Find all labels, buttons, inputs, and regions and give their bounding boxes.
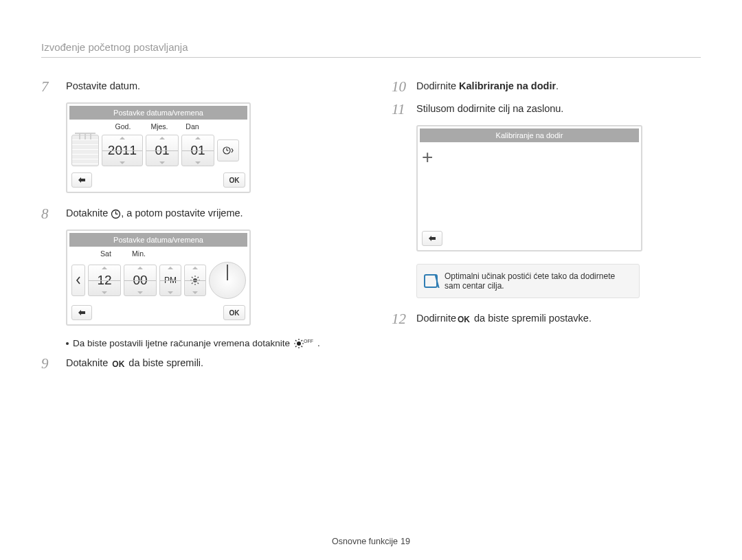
step-text: Stilusom dodirnite cilj na zaslonu. <box>416 101 563 117</box>
step-7: 7 Postavite datum. <box>41 78 350 96</box>
svg-line-22 <box>295 346 297 347</box>
flip-year[interactable]: 2011 <box>102 135 143 166</box>
svg-point-6 <box>193 278 197 282</box>
label-month: Mjes. <box>143 122 176 131</box>
flip-month[interactable]: 01 <box>146 135 179 166</box>
ok-button[interactable]: OK <box>223 172 245 188</box>
step-num: 7 <box>41 78 59 96</box>
time-mode-button[interactable] <box>217 139 239 161</box>
step-text: Postavite datum. <box>66 78 140 94</box>
label-day: Dan <box>176 122 209 131</box>
clock-dial <box>209 262 246 299</box>
screen-title: Kalibriranje na dodir <box>420 128 639 142</box>
step-text: DodirniteOK da biste spremili postavke. <box>416 311 592 326</box>
back-button[interactable] <box>71 172 92 188</box>
svg-line-12 <box>198 283 199 284</box>
svg-line-20 <box>295 340 297 341</box>
calendar-icon <box>71 135 99 166</box>
flip-day[interactable]: 01 <box>181 135 214 166</box>
svg-line-23 <box>301 340 302 341</box>
screen-title: Postavke datuma/vremena <box>69 106 247 120</box>
dst-off-icon: OFF <box>294 339 313 348</box>
step-num: 8 <box>41 205 59 223</box>
step-9: 9 Dotaknite OK da biste spremili. <box>41 355 350 372</box>
step-num: 12 <box>392 311 409 328</box>
calibration-target-icon[interactable]: + <box>422 146 433 168</box>
step-12: 12 DodirniteOK da biste spremili postavk… <box>392 311 701 328</box>
page-title: Izvođenje početnog postavljanja <box>41 41 701 58</box>
step-10: 10 Dodirnite Kalibriranje na dodir. <box>392 78 701 96</box>
clock-icon <box>111 209 121 219</box>
back-button[interactable] <box>71 305 92 320</box>
step-text: Dotaknite , a potom postavite vrijeme. <box>66 205 243 221</box>
step-text: Dotaknite OK da biste spremili. <box>66 355 203 371</box>
step-num: 9 <box>41 355 59 372</box>
screen-calibration: Kalibriranje na dodir + <box>416 125 642 251</box>
note-icon <box>424 274 438 288</box>
ok-inline: OK <box>458 315 470 324</box>
step-num: 10 <box>392 78 409 96</box>
date-mode-button[interactable] <box>71 265 85 296</box>
note-text: Optimalni učinak postići ćete tako da do… <box>445 271 632 291</box>
label-hour: Sat <box>89 249 122 258</box>
bullet-icon <box>66 342 69 345</box>
screen-time: Postavke datuma/vremena Sat Min. 12 00 P… <box>66 229 251 326</box>
screen-title: Postavke datuma/vremena <box>69 233 247 247</box>
note-box: Optimalni učinak postići ćete tako da do… <box>416 264 640 298</box>
flip-hour[interactable]: 12 <box>88 265 121 296</box>
flip-dst[interactable] <box>184 265 206 296</box>
step-num: 11 <box>392 101 409 118</box>
step-text: Dodirnite Kalibriranje na dodir. <box>416 78 559 94</box>
ok-button[interactable]: OK <box>223 305 245 320</box>
back-button[interactable] <box>422 231 442 246</box>
dst-bullet: Da biste postavili ljetne računanje vrem… <box>66 338 350 348</box>
screen-date: Postavke datuma/vremena God. Mjes. Dan 2… <box>66 102 251 193</box>
svg-line-21 <box>301 346 302 347</box>
label-year: God. <box>103 122 143 131</box>
step-11: 11 Stilusom dodirnite cilj na zaslonu. <box>392 101 701 118</box>
label-min: Min. <box>122 249 155 258</box>
svg-line-14 <box>198 277 199 278</box>
flip-min[interactable]: 00 <box>124 265 157 296</box>
svg-point-15 <box>297 341 301 346</box>
svg-line-11 <box>192 277 193 278</box>
step-8: 8 Dotaknite , a potom postavite vrijeme. <box>41 205 350 223</box>
ok-inline: OK <box>112 359 124 369</box>
svg-line-13 <box>192 283 193 284</box>
page-footer: Osnovne funkcije19 <box>0 537 742 546</box>
flip-ampm[interactable]: PM <box>159 265 181 296</box>
